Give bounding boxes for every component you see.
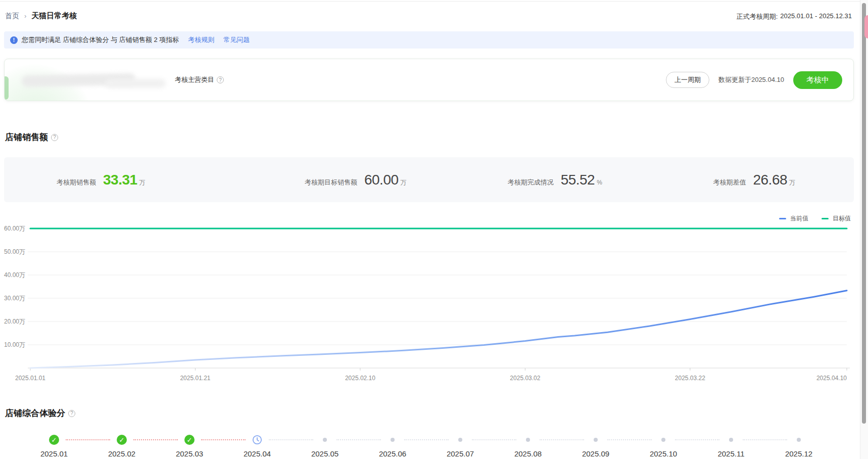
sales-trend-chart[interactable]: 10.00万20.00万30.00万40.00万50.00万60.00万2025… bbox=[0, 210, 855, 387]
timeline-node: 2025.11 bbox=[697, 435, 765, 458]
assessment-cycle-label: 正式考核周期: bbox=[737, 12, 778, 21]
timeline-label: 2025.05 bbox=[311, 449, 339, 458]
timeline-connector bbox=[404, 439, 449, 440]
timeline-label: 2025.04 bbox=[244, 449, 271, 458]
timeline-node: 2025.04 bbox=[223, 435, 291, 458]
dot-icon bbox=[797, 438, 801, 442]
link-assessment-rules[interactable]: 考核规则 bbox=[188, 35, 214, 44]
link-faq[interactable]: 常见问题 bbox=[223, 35, 250, 44]
experience-timeline: ✓2025.01✓2025.02✓2025.032025.042025.0520… bbox=[20, 435, 833, 458]
timeline-label: 2025.02 bbox=[108, 449, 135, 458]
page-top-divider bbox=[0, 1, 868, 2]
y-tick-label: 10.00万 bbox=[4, 341, 25, 348]
timeline-node: 2025.08 bbox=[494, 435, 562, 458]
dot-icon bbox=[658, 435, 668, 445]
x-tick-label: 2025.03.02 bbox=[510, 375, 540, 382]
scrollbar-thumb[interactable] bbox=[862, 3, 866, 424]
dot-icon bbox=[526, 438, 530, 442]
timeline-label: 2025.06 bbox=[379, 449, 406, 458]
dot-icon bbox=[458, 438, 462, 442]
timeline-connector bbox=[269, 439, 313, 440]
timeline-connector bbox=[472, 439, 516, 440]
dot-icon bbox=[661, 438, 665, 442]
timeline-label: 2025.12 bbox=[785, 449, 812, 458]
sales-title-text: 店铺销售额 bbox=[5, 131, 48, 143]
dot-icon bbox=[388, 435, 398, 445]
stat-label: 考核期目标销售额 bbox=[305, 178, 357, 187]
timeline-label: 2025.11 bbox=[717, 449, 744, 458]
y-tick-label: 50.00万 bbox=[4, 248, 25, 255]
check-icon: ✓ bbox=[184, 435, 195, 445]
y-tick-label: 40.00万 bbox=[4, 271, 25, 279]
stat-unit: % bbox=[597, 179, 602, 186]
stat-unit: 万 bbox=[139, 178, 146, 187]
experience-section-title: 店铺综合体验分 ? bbox=[5, 407, 75, 419]
banner-text: 您需同时满足 店铺综合体验分 与 店铺销售额 2 项指标 bbox=[22, 35, 179, 44]
dot-icon bbox=[594, 438, 598, 442]
y-tick-label: 20.00万 bbox=[4, 318, 25, 325]
stat-label: 考核期销售额 bbox=[57, 178, 96, 187]
timeline-connector bbox=[133, 439, 178, 440]
timeline-connector bbox=[540, 439, 584, 440]
experience-title-text: 店铺综合体验分 bbox=[5, 407, 65, 419]
timeline-label: 2025.08 bbox=[514, 449, 542, 458]
y-tick-label: 60.00万 bbox=[4, 225, 25, 232]
stat-item: 考核期完成情况 55.52 % bbox=[455, 172, 655, 188]
timeline-node: 2025.12 bbox=[765, 435, 833, 458]
x-tick-label: 2025.02.10 bbox=[345, 375, 375, 382]
timeline-node: 2025.05 bbox=[291, 435, 359, 458]
timeline-connector bbox=[66, 439, 110, 440]
assessing-status-button[interactable]: 考核中 bbox=[793, 71, 842, 89]
timeline-label: 2025.01 bbox=[40, 449, 68, 458]
timeline-node: ✓2025.03 bbox=[156, 435, 223, 458]
category-help-icon[interactable]: ? bbox=[217, 76, 224, 83]
timeline-node: 2025.10 bbox=[630, 435, 697, 458]
clock-icon bbox=[252, 435, 262, 445]
timeline-connector bbox=[201, 439, 246, 440]
timeline-label: 2025.09 bbox=[582, 449, 609, 458]
timeline-label: 2025.07 bbox=[447, 449, 474, 458]
dot-icon bbox=[523, 435, 533, 445]
stat-unit: 万 bbox=[789, 178, 795, 187]
dot-icon bbox=[455, 435, 465, 445]
timeline-node: ✓2025.01 bbox=[20, 435, 88, 458]
timeline-connector bbox=[675, 439, 719, 440]
assessment-cycle-value: 2025.01.01 - 2025.12.31 bbox=[780, 12, 852, 21]
timeline-node: 2025.09 bbox=[562, 435, 630, 458]
timeline-connector bbox=[607, 439, 652, 440]
timeline-connector bbox=[336, 439, 381, 440]
store-card: 考核主营类目 ? 上一周期 数据更新于2025.04.10 考核中 bbox=[4, 59, 854, 101]
x-tick-label: 2025.04.10 bbox=[816, 375, 847, 382]
stat-value: 26.68 bbox=[753, 172, 787, 188]
check-icon: ✓ bbox=[49, 435, 59, 445]
experience-help-icon[interactable]: ? bbox=[68, 410, 75, 417]
dot-icon bbox=[794, 435, 804, 445]
assessment-cycle: 正式考核周期: 2025.01.01 - 2025.12.31 bbox=[737, 12, 852, 21]
stat-label: 考核期完成情况 bbox=[508, 178, 554, 187]
stat-item: 考核期目标销售额 60.00 万 bbox=[256, 172, 456, 188]
dot-icon bbox=[729, 438, 733, 442]
stat-value: 60.00 bbox=[364, 172, 399, 188]
breadcrumb-separator: › bbox=[24, 12, 26, 20]
page-title: 天猫日常考核 bbox=[31, 11, 77, 21]
sales-help-icon[interactable]: ? bbox=[51, 134, 58, 141]
floating-widget[interactable] bbox=[864, 15, 868, 38]
stat-unit: 万 bbox=[401, 178, 407, 187]
stat-item: 考核期销售额 33.31 万 bbox=[4, 172, 256, 188]
store-info: 考核主营类目 ? bbox=[22, 72, 224, 88]
stat-value: 33.31 bbox=[103, 172, 137, 188]
x-tick-label: 2025.03.22 bbox=[675, 375, 705, 382]
stat-value: 55.52 bbox=[561, 172, 595, 188]
stat-item: 考核期差值 26.68 万 bbox=[655, 172, 854, 188]
x-tick-label: 2025.01.01 bbox=[15, 375, 45, 382]
data-updated-text: 数据更新于2025.04.10 bbox=[718, 75, 784, 84]
timeline-node: 2025.06 bbox=[359, 435, 426, 458]
breadcrumb-home-link[interactable]: 首页 bbox=[5, 12, 19, 21]
dot-icon bbox=[320, 435, 330, 445]
dot-icon bbox=[726, 435, 736, 445]
dot-icon bbox=[591, 435, 601, 445]
store-card-accent bbox=[4, 76, 9, 100]
sales-stats-card: 考核期销售额 33.31 万 考核期目标销售额 60.00 万 考核期完成情况 … bbox=[4, 157, 854, 202]
prev-period-button[interactable]: 上一周期 bbox=[666, 72, 709, 88]
category-label: 考核主营类目 bbox=[175, 75, 214, 84]
